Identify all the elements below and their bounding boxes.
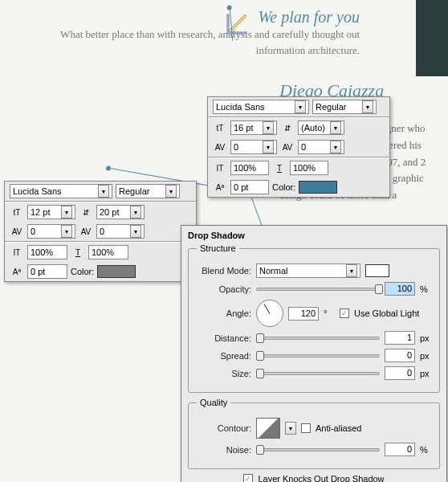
font-style-select[interactable]: Regular▼ (312, 100, 377, 114)
leading-select[interactable]: (Auto)▼ (298, 120, 344, 135)
contour-label: Contour: (197, 423, 251, 433)
px-unit: px (420, 369, 431, 378)
layer-knocks-checkbox[interactable]: ✓ (243, 474, 253, 482)
hscale-icon: T (71, 246, 85, 259)
opacity-input[interactable]: 100 (385, 282, 415, 296)
font-style-value: Regular (119, 186, 150, 196)
percent-unit: % (420, 445, 431, 455)
vscale-input[interactable] (27, 245, 67, 259)
kerning-select[interactable]: 0▼ (27, 224, 75, 239)
global-light-checkbox[interactable]: ✓ (340, 308, 349, 318)
size-slider[interactable] (256, 372, 380, 375)
global-light-label: Use Global Light (354, 308, 419, 318)
opacity-label: Opacity: (197, 284, 251, 294)
contour-dropdown[interactable]: ▼ (285, 422, 296, 435)
quality-legend: Quality (197, 398, 230, 407)
anti-aliased-checkbox[interactable] (301, 423, 311, 433)
structure-group: Structure Blend Mode: Normal▼ Opacity: 1… (188, 243, 440, 393)
blend-mode-select[interactable]: Normal▼ (256, 263, 360, 278)
tracking-value: 0 (100, 227, 104, 236)
ruler-icon (225, 12, 249, 38)
hscale-icon: T (272, 161, 287, 174)
size-input[interactable]: 0 (385, 366, 415, 380)
tracking-icon: AV (79, 225, 93, 238)
color-label: Color: (71, 267, 94, 276)
color-swatch[interactable] (97, 265, 136, 278)
vscale-input[interactable] (230, 161, 269, 175)
kerning-value: 0 (234, 142, 238, 152)
layer-knocks-label: Layer Knocks Out Drop Shadow (258, 474, 384, 482)
blend-mode-value: Normal (259, 266, 287, 276)
font-size-icon: tT (213, 121, 227, 134)
font-family-select[interactable]: Lucida Sans▼ (10, 184, 112, 198)
baseline-input[interactable] (230, 180, 269, 194)
color-label: Color: (272, 182, 295, 192)
font-style-select[interactable]: Regular▼ (116, 184, 180, 198)
degree-unit: ° (324, 308, 335, 318)
font-family-select[interactable]: Lucida Sans▼ (213, 100, 309, 114)
angle-dial[interactable] (256, 300, 283, 327)
dialog-title: Drop Shadow (188, 231, 440, 240)
kerning-icon: AV (213, 141, 227, 153)
baseline-icon: Aª (213, 181, 227, 194)
contour-picker[interactable] (256, 418, 280, 439)
kerning-icon: AV (10, 225, 24, 238)
baseline-input[interactable] (27, 264, 67, 279)
baseline-icon: Aª (10, 265, 24, 278)
font-size-value: 12 pt (31, 207, 50, 217)
hscale-input[interactable] (88, 245, 128, 259)
font-style-value: Regular (316, 102, 347, 112)
drop-shadow-dialog: Drop Shadow Structure Blend Mode: Normal… (181, 225, 447, 482)
opacity-slider[interactable] (256, 288, 380, 291)
tracking-select[interactable]: 0▼ (96, 224, 145, 239)
spread-slider[interactable] (256, 354, 380, 357)
tracking-select[interactable]: 0▼ (298, 140, 344, 154)
leading-value: (Auto) (301, 123, 325, 133)
color-swatch[interactable] (299, 181, 337, 194)
quality-group: Quality Contour: ▼ Anti-aliased Noise: 0… (188, 398, 440, 469)
blend-mode-label: Blend Mode: (197, 266, 251, 276)
structure-legend: Structure (197, 243, 239, 253)
angle-label: Angle: (197, 308, 251, 318)
noise-slider[interactable] (256, 448, 380, 451)
anti-aliased-label: Anti-aliased (316, 423, 361, 433)
px-unit: px (420, 351, 431, 361)
page-heading: We plan for you (16, 8, 360, 27)
leading-icon: ⇵ (280, 121, 295, 134)
leading-icon: ⇵ (79, 206, 93, 219)
spread-input[interactable]: 0 (385, 349, 415, 362)
size-label: Size: (197, 369, 251, 378)
noise-input[interactable]: 0 (385, 443, 415, 456)
percent-unit: % (420, 284, 431, 294)
leading-value: 20 pt (100, 207, 119, 217)
noise-label: Noise: (197, 445, 251, 455)
font-family-value: Lucida Sans (216, 102, 265, 112)
distance-input[interactable]: 1 (385, 331, 415, 345)
spread-label: Spread: (197, 351, 251, 361)
page-sub: What better place than with research, an… (16, 27, 360, 58)
character-panel-2: Lucida Sans▼ Regular▼ tT 12 pt▼ ⇵ 20 pt▼… (4, 181, 197, 282)
kerning-select[interactable]: 0▼ (230, 140, 277, 154)
leading-select[interactable]: 20 pt▼ (96, 205, 145, 219)
vscale-icon: IT (213, 161, 227, 174)
distance-slider[interactable] (256, 337, 380, 340)
font-size-value: 16 pt (234, 123, 253, 133)
px-unit: px (420, 333, 431, 343)
font-family-value: Lucida Sans (13, 186, 62, 196)
tracking-value: 0 (301, 142, 306, 152)
hscale-input[interactable] (290, 161, 328, 175)
vscale-icon: IT (10, 246, 24, 259)
font-size-icon: tT (10, 206, 24, 219)
shadow-color-swatch[interactable] (365, 264, 389, 277)
kerning-value: 0 (31, 227, 35, 236)
angle-input[interactable]: 120 (288, 307, 319, 321)
tracking-icon: AV (280, 141, 295, 153)
distance-label: Distance: (197, 333, 251, 343)
profile-photo (416, 0, 448, 76)
font-size-select[interactable]: 12 pt▼ (27, 205, 75, 219)
character-panel-1: Lucida Sans▼ Regular▼ tT 16 pt▼ ⇵ (Auto)… (207, 96, 390, 198)
font-size-select[interactable]: 16 pt▼ (230, 120, 277, 135)
